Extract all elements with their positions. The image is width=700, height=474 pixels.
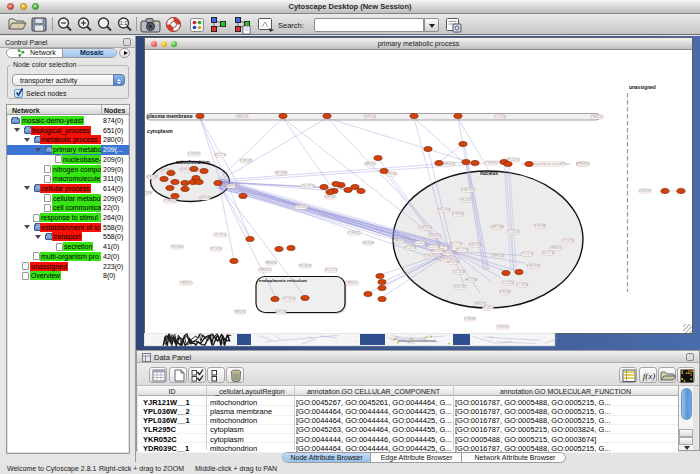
svg-text:YKL217W: YKL217W [325,268,338,272]
svg-text:f(x): f(x) [642,371,655,381]
svg-text:YOR348C: YOR348C [188,152,201,156]
svg-text:endoplasmic reticulum: endoplasmic reticulum [259,278,307,283]
svg-text:YHL036W: YHL036W [171,245,184,249]
svg-text:YBR069C: YBR069C [265,261,277,265]
svg-text:YHL036W: YHL036W [460,198,473,202]
svg-text:YBR069C: YBR069C [236,115,248,119]
svg-text:YDR508C: YDR508C [240,159,253,163]
svg-text:YLL061W: YLL061W [502,281,515,285]
svg-text:YOR348C: YOR348C [534,224,547,228]
svg-text:YKL217W: YKL217W [521,252,534,256]
svg-text:YBR069C: YBR069C [234,310,246,314]
svg-text:YHL036W: YHL036W [275,171,288,175]
svg-text:YLL061W: YLL061W [453,270,466,274]
svg-text:YGR191W: YGR191W [468,243,482,247]
svg-text:YLL061W: YLL061W [414,241,427,245]
svg-text:YBR069C: YBR069C [364,162,376,166]
svg-text:YKL217W: YKL217W [450,242,463,246]
svg-text:YKL217W: YKL217W [302,184,315,188]
svg-text:YBR069C: YBR069C [180,281,192,285]
svg-text:YOR348C: YOR348C [485,161,498,165]
svg-text:YOR348C: YOR348C [348,231,361,235]
svg-text:YBR069C: YBR069C [550,246,562,250]
svg-text:YOR348C: YOR348C [164,199,177,203]
svg-text:YBR069C: YBR069C [346,281,358,285]
svg-text:YLL061W: YLL061W [516,283,529,287]
svg-text:YHL036W: YHL036W [362,241,375,245]
svg-text:YPL265W: YPL265W [214,233,227,237]
svg-text:YKL217W: YKL217W [542,251,555,255]
svg-text:YKL217W: YKL217W [404,246,417,250]
svg-text:YKL217W: YKL217W [427,245,440,249]
svg-text:YPL265W: YPL265W [299,264,312,268]
svg-text:unassigned: unassigned [629,85,656,90]
svg-text:YBR069C: YBR069C [259,268,271,272]
svg-text:YBR069C: YBR069C [225,184,237,188]
svg-text:YDR508C: YDR508C [199,196,212,200]
svg-text:YHL036W: YHL036W [438,208,451,212]
svg-text:YPL265W: YPL265W [145,191,153,195]
svg-text:YKL217W: YKL217W [214,153,227,157]
svg-text:YDR508C: YDR508C [324,195,337,199]
svg-text:YOR348C: YOR348C [424,254,437,258]
svg-text:YDR508C: YDR508C [429,234,442,238]
svg-text:YKL217W: YKL217W [456,248,469,252]
svg-text:YGR191W: YGR191W [490,225,504,229]
svg-text:YOR348C: YOR348C [464,317,477,321]
svg-text:YPL265W: YPL265W [210,247,223,251]
svg-text:YDR508C: YDR508C [454,285,467,289]
svg-text:YDR508C: YDR508C [295,205,308,209]
svg-text:mitochondrion: mitochondrion [176,160,210,165]
svg-text:nucleus: nucleus [480,171,498,176]
svg-text:YHL036W: YHL036W [465,278,478,282]
svg-text:YOR348C: YOR348C [499,290,512,294]
svg-text:YLL061W: YLL061W [494,115,507,119]
svg-text:YDR508C: YDR508C [146,175,159,179]
svg-text:YBR069C: YBR069C [443,162,455,166]
svg-text:YDR508C: YDR508C [497,325,510,329]
svg-text:YGR191W: YGR191W [461,188,475,192]
svg-text:YDR508C: YDR508C [364,115,377,119]
svg-text:YOR348C: YOR348C [452,212,465,216]
svg-text:YBR069C: YBR069C [440,257,452,261]
svg-text:plasma membrane: plasma membrane [147,113,193,119]
svg-text:YGR191W: YGR191W [418,226,432,230]
svg-text:YGR191W: YGR191W [526,264,540,268]
svg-text:YBR069C: YBR069C [393,239,405,243]
svg-text:YPL265W: YPL265W [283,297,296,301]
svg-text:YBR069C: YBR069C [492,254,504,258]
svg-text:cytoplasm: cytoplasm [147,128,173,134]
svg-text:1:1: 1:1 [120,20,128,26]
svg-text:YDR508C: YDR508C [639,189,652,193]
svg-text:YPR036W: YPR036W [576,162,589,166]
svg-text:YHL036W: YHL036W [432,249,445,253]
svg-text:YBR069C: YBR069C [591,115,603,119]
svg-text:YPL265W: YPL265W [482,306,495,310]
svg-text:YDR508C: YDR508C [275,310,288,314]
svg-text:YLL061W: YLL061W [507,230,520,234]
svg-text:YLL061W: YLL061W [562,239,575,243]
